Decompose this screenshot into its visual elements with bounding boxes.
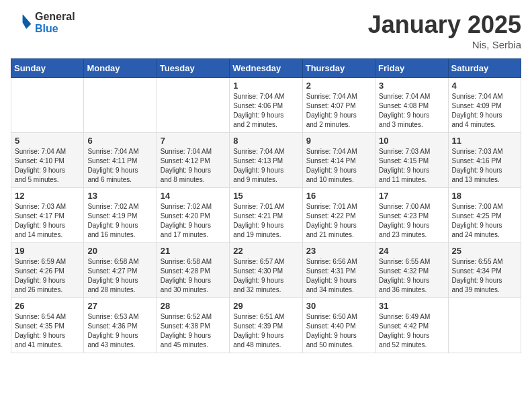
calendar-day: 1Sunrise: 7:04 AM Sunset: 4:06 PM Daylig… (230, 78, 302, 133)
day-info: Sunrise: 7:04 AM Sunset: 4:13 PM Dayligh… (233, 147, 298, 185)
day-info: Sunrise: 6:52 AM Sunset: 4:38 PM Dayligh… (161, 312, 226, 350)
calendar-day: 14Sunrise: 7:02 AM Sunset: 4:20 PM Dayli… (157, 188, 229, 243)
calendar-day: 30Sunrise: 6:50 AM Sunset: 4:40 PM Dayli… (302, 298, 375, 353)
calendar-week-2: 12Sunrise: 7:03 AM Sunset: 4:17 PM Dayli… (11, 188, 521, 243)
day-info: Sunrise: 7:01 AM Sunset: 4:22 PM Dayligh… (306, 202, 371, 240)
day-number: 5 (15, 136, 80, 146)
calendar-day: 13Sunrise: 7:02 AM Sunset: 4:19 PM Dayli… (84, 188, 157, 243)
day-number: 27 (87, 301, 152, 311)
day-info: Sunrise: 6:54 AM Sunset: 4:35 PM Dayligh… (15, 312, 80, 350)
day-info: Sunrise: 7:04 AM Sunset: 4:14 PM Dayligh… (306, 147, 371, 185)
logo-blue-text: Blue (35, 23, 75, 35)
weekday-header-sunday: Sunday (11, 59, 84, 78)
weekday-header-saturday: Saturday (448, 59, 521, 78)
calendar-day: 21Sunrise: 6:58 AM Sunset: 4:28 PM Dayli… (157, 243, 229, 298)
day-info: Sunrise: 6:53 AM Sunset: 4:36 PM Dayligh… (87, 312, 152, 350)
day-number: 15 (233, 191, 298, 201)
day-number: 2 (306, 81, 371, 91)
day-info: Sunrise: 6:51 AM Sunset: 4:39 PM Dayligh… (233, 312, 298, 350)
logo-text: General Blue (35, 11, 75, 34)
calendar-day: 27Sunrise: 6:53 AM Sunset: 4:36 PM Dayli… (84, 298, 157, 353)
calendar-day: 22Sunrise: 6:57 AM Sunset: 4:30 PM Dayli… (230, 243, 302, 298)
day-number: 4 (452, 81, 517, 91)
calendar-day: 7Sunrise: 7:04 AM Sunset: 4:12 PM Daylig… (157, 133, 229, 188)
day-info: Sunrise: 7:04 AM Sunset: 4:10 PM Dayligh… (15, 147, 80, 185)
weekday-header-thursday: Thursday (302, 59, 375, 78)
calendar-day: 5Sunrise: 7:04 AM Sunset: 4:10 PM Daylig… (11, 133, 84, 188)
day-info: Sunrise: 7:04 AM Sunset: 4:12 PM Dayligh… (161, 147, 226, 185)
logo-icon (11, 12, 32, 34)
calendar-day: 24Sunrise: 6:55 AM Sunset: 4:32 PM Dayli… (375, 243, 448, 298)
calendar-day (157, 78, 229, 133)
day-info: Sunrise: 7:02 AM Sunset: 4:20 PM Dayligh… (161, 202, 226, 240)
day-number: 9 (306, 136, 371, 146)
weekday-header-tuesday: Tuesday (157, 59, 229, 78)
calendar-day: 11Sunrise: 7:03 AM Sunset: 4:16 PM Dayli… (448, 133, 521, 188)
weekday-header-monday: Monday (84, 59, 157, 78)
day-info: Sunrise: 6:55 AM Sunset: 4:32 PM Dayligh… (379, 257, 444, 295)
calendar-day: 20Sunrise: 6:58 AM Sunset: 4:27 PM Dayli… (84, 243, 157, 298)
day-info: Sunrise: 7:04 AM Sunset: 4:07 PM Dayligh… (306, 92, 371, 130)
weekday-header-wednesday: Wednesday (230, 59, 302, 78)
calendar-day: 28Sunrise: 6:52 AM Sunset: 4:38 PM Dayli… (157, 298, 229, 353)
calendar-day: 9Sunrise: 7:04 AM Sunset: 4:14 PM Daylig… (302, 133, 375, 188)
calendar-day: 18Sunrise: 7:00 AM Sunset: 4:25 PM Dayli… (448, 188, 521, 243)
day-number: 14 (161, 191, 226, 201)
day-info: Sunrise: 7:04 AM Sunset: 4:06 PM Dayligh… (233, 92, 298, 130)
day-number: 23 (306, 246, 371, 256)
day-number: 17 (379, 191, 444, 201)
day-number: 25 (452, 246, 517, 256)
calendar-day: 4Sunrise: 7:04 AM Sunset: 4:09 PM Daylig… (448, 78, 521, 133)
calendar-day (11, 78, 84, 133)
page-header: General Blue January 2025 Nis, Serbia (11, 11, 521, 50)
calendar-day: 17Sunrise: 7:00 AM Sunset: 4:23 PM Dayli… (375, 188, 448, 243)
day-number: 24 (379, 246, 444, 256)
day-info: Sunrise: 6:49 AM Sunset: 4:42 PM Dayligh… (379, 312, 444, 350)
day-number: 22 (233, 246, 298, 256)
day-number: 7 (161, 136, 226, 146)
day-number: 11 (452, 136, 517, 146)
title-block: January 2025 Nis, Serbia (368, 11, 521, 50)
logo: General Blue (11, 11, 75, 34)
calendar-day: 29Sunrise: 6:51 AM Sunset: 4:39 PM Dayli… (230, 298, 302, 353)
day-info: Sunrise: 6:56 AM Sunset: 4:31 PM Dayligh… (306, 257, 371, 295)
month-title: January 2025 (368, 11, 521, 39)
day-info: Sunrise: 6:59 AM Sunset: 4:26 PM Dayligh… (15, 257, 80, 295)
day-info: Sunrise: 7:03 AM Sunset: 4:16 PM Dayligh… (452, 147, 517, 185)
calendar-week-4: 26Sunrise: 6:54 AM Sunset: 4:35 PM Dayli… (11, 298, 521, 353)
calendar-day: 16Sunrise: 7:01 AM Sunset: 4:22 PM Dayli… (302, 188, 375, 243)
weekday-header-friday: Friday (375, 59, 448, 78)
day-info: Sunrise: 7:04 AM Sunset: 4:08 PM Dayligh… (379, 92, 444, 130)
day-number: 13 (87, 191, 152, 201)
day-number: 16 (306, 191, 371, 201)
day-number: 8 (233, 136, 298, 146)
calendar-day (448, 298, 521, 353)
day-info: Sunrise: 7:04 AM Sunset: 4:09 PM Dayligh… (452, 92, 517, 130)
day-number: 21 (161, 246, 226, 256)
day-number: 12 (15, 191, 80, 201)
calendar-day: 12Sunrise: 7:03 AM Sunset: 4:17 PM Dayli… (11, 188, 84, 243)
day-number: 30 (306, 301, 371, 311)
day-info: Sunrise: 7:04 AM Sunset: 4:11 PM Dayligh… (87, 147, 152, 185)
calendar-day: 26Sunrise: 6:54 AM Sunset: 4:35 PM Dayli… (11, 298, 84, 353)
calendar-day: 23Sunrise: 6:56 AM Sunset: 4:31 PM Dayli… (302, 243, 375, 298)
calendar-week-0: 1Sunrise: 7:04 AM Sunset: 4:06 PM Daylig… (11, 78, 521, 133)
day-number: 28 (161, 301, 226, 311)
calendar-day: 31Sunrise: 6:49 AM Sunset: 4:42 PM Dayli… (375, 298, 448, 353)
day-number: 3 (379, 81, 444, 91)
day-info: Sunrise: 7:03 AM Sunset: 4:17 PM Dayligh… (15, 202, 80, 240)
calendar-week-1: 5Sunrise: 7:04 AM Sunset: 4:10 PM Daylig… (11, 133, 521, 188)
day-info: Sunrise: 6:50 AM Sunset: 4:40 PM Dayligh… (306, 312, 371, 350)
calendar-day: 6Sunrise: 7:04 AM Sunset: 4:11 PM Daylig… (84, 133, 157, 188)
calendar-table: SundayMondayTuesdayWednesdayThursdayFrid… (11, 58, 521, 353)
day-number: 26 (15, 301, 80, 311)
day-info: Sunrise: 6:58 AM Sunset: 4:28 PM Dayligh… (161, 257, 226, 295)
day-info: Sunrise: 6:58 AM Sunset: 4:27 PM Dayligh… (87, 257, 152, 295)
day-number: 31 (379, 301, 444, 311)
day-info: Sunrise: 6:55 AM Sunset: 4:34 PM Dayligh… (452, 257, 517, 295)
location: Nis, Serbia (368, 39, 521, 50)
day-number: 1 (233, 81, 298, 91)
day-info: Sunrise: 7:00 AM Sunset: 4:23 PM Dayligh… (379, 202, 444, 240)
day-info: Sunrise: 6:57 AM Sunset: 4:30 PM Dayligh… (233, 257, 298, 295)
svg-marker-1 (23, 14, 31, 28)
